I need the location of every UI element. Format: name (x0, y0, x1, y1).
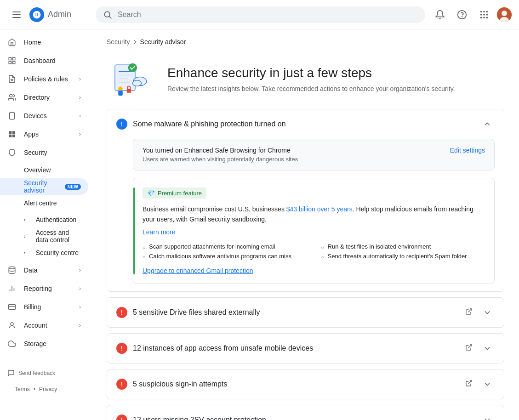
sidebar-item-reporting[interactable]: Reporting › (0, 279, 88, 298)
sidebar-item-data[interactable]: Data › (0, 261, 88, 279)
sidebar-item-storage[interactable]: Storage (0, 335, 88, 353)
feature-item-2: ○ Catch malicious software antivirus pro… (143, 253, 307, 260)
edit-settings-link[interactable]: Edit settings (450, 147, 485, 154)
advisory-header-app-access[interactable]: ! 12 instances of app access from unsafe… (107, 334, 504, 363)
premium-highlight[interactable]: $43 billion over 5 years (286, 205, 353, 213)
feedback-icon (7, 369, 15, 377)
avatar[interactable] (497, 7, 512, 22)
sidebar-item-reporting-label: Reporting (24, 285, 52, 292)
data-chevron: › (79, 267, 81, 273)
advisory-header-2sv[interactable]: ! 12 users missing 2SV account protectio… (107, 405, 504, 420)
external-link-icon-signin (465, 380, 473, 388)
topbar: Admin (0, 0, 519, 29)
apps-icon (7, 130, 17, 139)
privacy-link[interactable]: Privacy (39, 386, 57, 392)
expand-button-app-access[interactable] (480, 341, 495, 356)
topbar-left: Admin (7, 6, 90, 24)
svg-rect-49 (118, 91, 123, 96)
sidebar-item-account[interactable]: Account › (0, 316, 88, 335)
sidebar-footer: Send feedback Terms • Privacy (0, 364, 92, 396)
svg-rect-2 (12, 17, 21, 18)
feature-list: ○ Scan supported attachments for incomin… (143, 243, 485, 260)
sidebar-item-apps[interactable]: Apps › (0, 125, 88, 143)
security-centre-chevron: › (24, 250, 26, 255)
menu-button[interactable] (7, 6, 26, 24)
help-button[interactable] (453, 6, 471, 24)
svg-point-12 (483, 14, 485, 16)
send-feedback-link[interactable]: Send feedback (7, 364, 85, 382)
sidebar-item-security-advisor-label: Security advisor (24, 179, 54, 194)
breadcrumb-security[interactable]: Security (107, 38, 130, 45)
expand-button-2sv[interactable] (480, 413, 495, 420)
sidebar-item-security-advisor[interactable]: Security advisor NEW (0, 178, 88, 195)
sidebar-item-account-label: Account (24, 322, 47, 329)
apps-grid-button[interactable] (475, 6, 493, 24)
feature-item-1: ○ Scan supported attachments for incomin… (143, 243, 307, 250)
svg-rect-29 (9, 131, 11, 134)
main-layout: Home Dashboard Policies & rules › Direct… (0, 29, 519, 420)
svg-point-15 (483, 17, 485, 18)
expand-button-signin[interactable] (480, 377, 495, 392)
advisory-header-malware[interactable]: ! Some malware & phishing protection tur… (107, 109, 504, 139)
sidebar-item-policies[interactable]: Policies & rules › (0, 70, 88, 88)
warning-icon-red-2sv: ! (116, 414, 127, 420)
billing-chevron: › (79, 304, 81, 310)
sidebar-item-overview[interactable]: Overview (0, 162, 88, 178)
sidebar-item-alert-centre[interactable]: Alert centre (0, 195, 88, 211)
svg-rect-22 (13, 62, 15, 64)
hero-section: Enhance security in just a few steps Rev… (92, 54, 519, 109)
learn-more-link[interactable]: Learn more (143, 228, 485, 236)
sidebar-item-dashboard-label: Dashboard (24, 57, 56, 64)
sidebar-item-authentication[interactable]: › Authentication (0, 211, 88, 228)
sidebar-item-policies-label: Policies & rules (24, 75, 68, 83)
devices-chevron: › (79, 113, 81, 119)
advisory-item-2sv: ! 12 users missing 2SV account protectio… (107, 405, 504, 420)
advisory-list: ! Some malware & phishing protection tur… (92, 109, 519, 420)
sidebar-item-overview-label: Overview (24, 166, 51, 174)
premium-text: Business email compromise cost U.S. busi… (143, 204, 485, 225)
svg-point-26 (10, 94, 12, 97)
sidebar-item-directory[interactable]: Directory › (0, 88, 88, 107)
terms-row: Terms • Privacy (7, 382, 85, 396)
app-title: Admin (48, 10, 71, 19)
advisory-header-signin[interactable]: ! 5 suspicious sign-in attempts (107, 369, 504, 399)
access-chevron: › (24, 233, 26, 239)
collapse-button-malware[interactable] (480, 117, 495, 131)
premium-badge-label: Premium feature (158, 190, 202, 197)
diamond-icon: 💎 (147, 189, 155, 197)
safe-browsing-title: You turned on Enhanced Safe Browsing for… (143, 147, 298, 154)
sidebar-item-billing[interactable]: Billing › (0, 298, 88, 316)
svg-rect-20 (9, 57, 11, 60)
reporting-chevron: › (79, 285, 81, 292)
topbar-right (431, 6, 512, 24)
svg-point-45 (128, 63, 137, 72)
safe-browsing-desc: Users are warned when visiting potential… (143, 156, 298, 163)
svg-line-53 (468, 380, 472, 384)
data-icon (7, 266, 17, 275)
expand-button-drive[interactable] (480, 305, 495, 320)
upgrade-link[interactable]: Upgrade to enhanced Gmail protection (143, 267, 253, 274)
sidebar-item-billing-label: Billing (24, 303, 41, 311)
content-area: Security › Security advisor (92, 29, 519, 420)
svg-point-8 (480, 11, 482, 12)
advisory-header-drive[interactable]: ! 5 sensitive Drive files shared externa… (107, 298, 504, 327)
dashboard-icon (7, 56, 17, 65)
sidebar-item-security-centre[interactable]: › Security centre (0, 244, 88, 261)
feature-item-4: ○ Send threats automatically to recipien… (321, 253, 485, 260)
sidebar-item-security[interactable]: Security (0, 143, 88, 162)
sidebar-item-access-data[interactable]: › Access and data control (0, 228, 88, 244)
terms-link[interactable]: Terms (15, 386, 30, 392)
cloud-icon (7, 339, 17, 348)
feature-label-1: Scan supported attachments for incoming … (149, 243, 275, 250)
sidebar-item-dashboard[interactable]: Dashboard (0, 51, 88, 70)
sidebar-item-access-data-label: Access and data control (36, 229, 81, 244)
notifications-button[interactable] (431, 6, 449, 24)
svg-point-14 (480, 17, 482, 18)
bullet-1: ○ (143, 245, 145, 250)
sidebar-item-home[interactable]: Home (0, 33, 88, 51)
warning-icon-red-drive: ! (116, 307, 127, 318)
search-input[interactable] (118, 11, 418, 19)
search-bar[interactable] (96, 6, 425, 23)
breadcrumb-separator: › (134, 37, 137, 46)
sidebar-item-devices[interactable]: Devices › (0, 107, 88, 125)
